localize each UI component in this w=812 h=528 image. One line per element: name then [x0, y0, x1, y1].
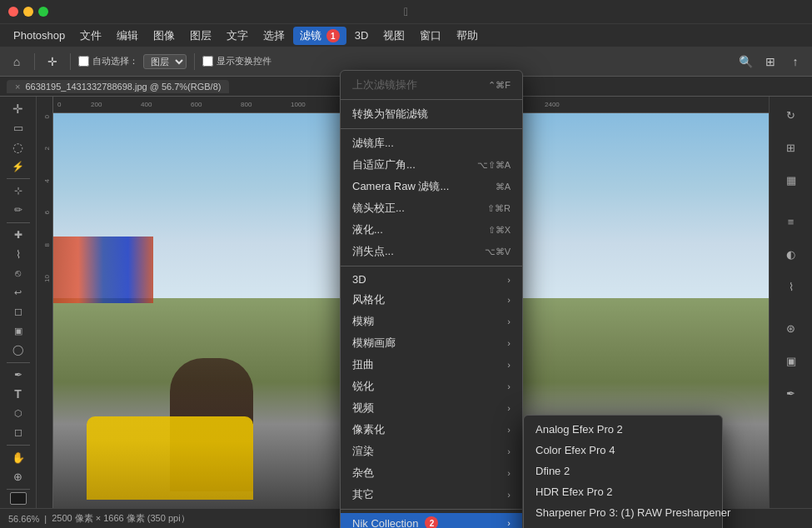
blur-arrow: › [507, 316, 511, 326]
nik-analog-efex[interactable]: Analog Efex Pro 2 [524, 419, 722, 440]
title-bar:  [0, 0, 812, 23]
video-arrow: › [507, 403, 511, 413]
brush-tool[interactable]: ⌇ [6, 246, 31, 263]
minimize-button[interactable] [23, 7, 33, 17]
layer-select[interactable]: 图层 [143, 54, 187, 69]
move-tool-icon[interactable]: ✛ [42, 52, 62, 72]
menu-3d[interactable]: 3D › [341, 270, 522, 289]
apple-logo:  [404, 5, 408, 18]
menu-sharpen[interactable]: 锐化 › [341, 376, 522, 397]
noise-label: 杂色 [352, 466, 374, 481]
swatches-icon[interactable]: ▣ [776, 346, 806, 376]
arrange-icon[interactable]: ⊞ [760, 52, 780, 72]
auto-select-input[interactable] [78, 56, 89, 67]
menu-last-filter[interactable]: 上次滤镜操作 ⌃⌘F [341, 74, 522, 96]
nik-hdr-efex[interactable]: HDR Efex Pro 2 [524, 481, 722, 502]
menu-other[interactable]: 其它 › [341, 484, 522, 506]
eraser-tool[interactable]: ◻ [6, 303, 31, 321]
tab-filename: 6638195_1431332788698.jpg @ 56.7%(RGB/8) [25, 82, 221, 92]
search-icon[interactable]: 🔍 [735, 52, 755, 72]
nik-dfine[interactable]: Dfine 2 [524, 461, 722, 481]
menu-item-help[interactable]: 帮助 [450, 27, 485, 45]
layers-icon[interactable]: ≡ [776, 207, 806, 237]
maximize-button[interactable] [38, 7, 48, 17]
menu-pixelate[interactable]: 像素化 › [341, 419, 522, 441]
menu-div-3 [341, 266, 522, 266]
menu-liquify[interactable]: 液化... ⇧⌘X [341, 219, 522, 241]
document-tab[interactable]: × 6638195_1431332788698.jpg @ 56.7%(RGB/… [7, 80, 229, 93]
menu-nik-collection[interactable]: Nik Collection 2 › [341, 513, 522, 528]
pen-tool[interactable]: ✒ [6, 366, 31, 384]
auto-select-checkbox[interactable]: 自动选择： [78, 55, 138, 67]
status-separator: | [44, 514, 47, 524]
render-label: 渲染 [352, 444, 374, 459]
menu-noise[interactable]: 杂色 › [341, 462, 522, 484]
menu-item-layer[interactable]: 图层 [183, 27, 218, 45]
hand-tool[interactable]: ✋ [6, 449, 31, 466]
magic-wand-tool[interactable]: ⚡ [6, 157, 31, 175]
menu-item-edit[interactable]: 编辑 [110, 27, 145, 45]
eyedropper-tool[interactable]: ✏ [6, 202, 31, 219]
nik-submenu: Analog Efex Pro 2 Color Efex Pro 4 Dfine… [523, 415, 723, 528]
show-transform-input[interactable] [202, 56, 213, 67]
text-tool[interactable]: T [6, 386, 31, 403]
menu-item-image[interactable]: 图像 [147, 27, 182, 45]
menu-item-3d[interactable]: 3D [348, 27, 376, 43]
menu-adaptive-wide[interactable]: 自适应广角... ⌥⇧⌘A [341, 154, 522, 176]
gradient-tool[interactable]: ▣ [6, 322, 31, 340]
brush-preset-icon[interactable]: ⌇ [776, 271, 806, 301]
nik-sharpener-raw[interactable]: Sharpener Pro 3: (1) RAW Presharpener [524, 502, 722, 523]
show-transform-checkbox[interactable]: 显示变换控件 [202, 55, 271, 67]
lasso-tool[interactable]: ◌ [6, 138, 31, 156]
close-button[interactable] [8, 7, 18, 17]
crop-tool[interactable]: ⊹ [6, 182, 31, 200]
move-tool[interactable]: ✛ [6, 100, 31, 117]
lens-correct-shortcut: ⇧⌘R [487, 203, 511, 214]
menu-blur[interactable]: 模糊 › [341, 311, 522, 332]
history-brush-tool[interactable]: ↩ [6, 284, 31, 301]
shape-tool[interactable]: ◻ [6, 424, 31, 441]
menu-render[interactable]: 渲染 › [341, 441, 522, 462]
nik-color-efex[interactable]: Color Efex Pro 4 [524, 440, 722, 461]
menu-item-window[interactable]: 窗口 [413, 27, 448, 45]
rect-select-tool[interactable]: ▭ [6, 119, 31, 137]
path-tool[interactable]: ⬡ [6, 405, 31, 422]
adjustments-icon[interactable]: ◐ [776, 239, 806, 269]
history-icon[interactable]: ↻ [776, 100, 806, 130]
share-icon[interactable]: ↑ [785, 52, 805, 72]
heal-tool[interactable]: ✚ [6, 227, 31, 244]
toolbar-sep-3 [194, 53, 195, 70]
menu-distort[interactable]: 扭曲 › [341, 354, 522, 376]
dodge-tool[interactable]: ◯ [6, 341, 31, 359]
menu-camera-raw[interactable]: Camera Raw 滤镜... ⌘A [341, 176, 522, 197]
menu-item-view[interactable]: 视图 [376, 27, 411, 45]
menu-convert-smart[interactable]: 转换为智能滤镜 [341, 103, 522, 125]
menu-filter-gallery[interactable]: 滤镜库... [341, 132, 522, 154]
zoom-tool[interactable]: ⊕ [6, 468, 31, 486]
grid-icon[interactable]: ⊞ [776, 132, 806, 162]
menu-blur-gallery[interactable]: 模糊画廊 › [341, 332, 522, 354]
menu-item-text[interactable]: 文字 [220, 27, 255, 45]
clone-tool[interactable]: ⎋ [6, 265, 31, 282]
menu-video[interactable]: 视频 › [341, 397, 522, 419]
menu-item-photoshop[interactable]: Photoshop [7, 27, 72, 43]
menu-item-filter[interactable]: 滤镜 1 [293, 27, 346, 45]
menu-item-select[interactable]: 选择 [257, 27, 291, 45]
other-arrow: › [507, 490, 511, 500]
sharpen-label: 锐化 [352, 379, 374, 394]
foreground-color[interactable] [10, 492, 27, 505]
nik-collection-left: Nik Collection 2 [352, 516, 438, 528]
home-icon[interactable]: ⌂ [7, 52, 27, 72]
tab-close[interactable]: × [15, 82, 20, 92]
menu-item-file[interactable]: 文件 [73, 27, 108, 45]
nik-sharpener-output[interactable]: Sharpener Pro 3: (2) Output Sharpener [524, 523, 722, 528]
menu-vanishing-point[interactable]: 消失点... ⌥⌘V [341, 241, 522, 262]
color-wheel-icon[interactable]: ⊛ [776, 313, 806, 343]
path-icon[interactable]: ✒ [776, 378, 806, 408]
nik-arrow: › [507, 518, 511, 528]
menu-lens-correct[interactable]: 镜头校正... ⇧⌘R [341, 197, 522, 219]
pixelate-label: 像素化 [352, 422, 385, 437]
menu-stylize[interactable]: 风格化 › [341, 289, 522, 311]
menu-div-2 [341, 128, 522, 129]
panel-icon-3[interactable]: ▦ [776, 165, 806, 195]
